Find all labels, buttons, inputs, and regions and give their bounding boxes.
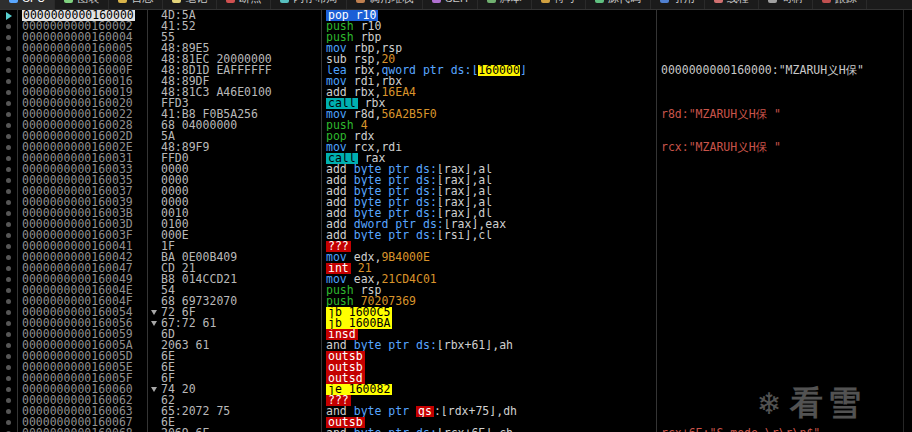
- tab-references[interactable]: 引用: [651, 0, 705, 9]
- log-icon: [118, 0, 127, 3]
- breakpoint-dot[interactable]: [6, 409, 11, 414]
- tab-log[interactable]: 日志: [109, 0, 163, 9]
- disasm-row[interactable]: 000000000016005D6Eoutsb: [0, 351, 912, 362]
- breakpoint-dot[interactable]: [6, 222, 11, 227]
- disasm-row[interactable]: 000000000016005A2063 61and byte ptr ds:[…: [0, 340, 912, 351]
- breakpoint-dot[interactable]: [6, 24, 11, 29]
- breakpoint-dot[interactable]: [6, 244, 11, 249]
- disasm-row[interactable]: 0000000000160031FFD0call rax: [0, 153, 912, 164]
- tab-script[interactable]: 脚本: [478, 0, 532, 9]
- tab-breakpoints[interactable]: 断点: [217, 0, 271, 9]
- breakpoint-dot[interactable]: [6, 156, 11, 161]
- disasm-row[interactable]: 00000000001600330000add byte ptr ds:[rax…: [0, 164, 912, 175]
- bytes-value: 0000: [161, 175, 189, 186]
- disasm-row[interactable]: 000000000016006262???: [0, 395, 912, 406]
- tab-memory-map[interactable]: 内存布局: [271, 0, 347, 9]
- tab-source[interactable]: 源代码: [586, 0, 651, 9]
- disasm-row[interactable]: 00000000001600596Dinsd: [0, 329, 912, 340]
- breakpoint-dot[interactable]: [6, 178, 11, 183]
- breakpoint-dot[interactable]: [6, 145, 11, 150]
- address-cell: 0000000000160020: [18, 98, 148, 109]
- tab-cpu[interactable]: CPU: [0, 0, 55, 9]
- disasm-row[interactable]: 000000000016003F000Eadd byte ptr ds:[rsi…: [0, 230, 912, 241]
- breakpoint-dot[interactable]: [6, 365, 11, 370]
- breakpoint-dot[interactable]: [6, 46, 11, 51]
- breakpoint-dot[interactable]: [6, 90, 11, 95]
- disasm-row[interactable]: 0000000000160042BA 0E00B409mov edx,9B400…: [0, 252, 912, 263]
- disasm-row[interactable]: 000000000016001648:89DFmov rdi,rbx: [0, 76, 912, 87]
- breakpoint-dot[interactable]: [6, 266, 11, 271]
- breakpoint-dot[interactable]: [6, 332, 11, 337]
- breakpoint-dot[interactable]: [6, 420, 11, 425]
- disasm-row[interactable]: 000000000016004F68 69732070push 70207369: [0, 296, 912, 307]
- disasm-row[interactable]: 000000000016005F6Foutsd: [0, 373, 912, 384]
- disasm-row[interactable]: 000000000016003D0100add dword ptr ds:[ra…: [0, 219, 912, 230]
- tab-call-stack[interactable]: 调用堆栈: [347, 0, 423, 9]
- breakpoint-dot[interactable]: [6, 387, 11, 392]
- breakpoint-dot[interactable]: [6, 79, 11, 84]
- disasm-row[interactable]: 000000000016002868 04000000push 4: [0, 120, 912, 131]
- disasm-row[interactable]: 000000000016006074 20je 160082: [0, 384, 912, 395]
- comment-cell: [657, 43, 912, 54]
- disasm-row[interactable]: 000000000016000F48:8D1D EAFFFFFFlea rbx,…: [0, 65, 912, 76]
- tab-handles[interactable]: 句柄: [759, 0, 813, 9]
- tab-graph[interactable]: 图表: [55, 0, 109, 9]
- disasm-row[interactable]: 000000000016002241:B8 F0B5A256mov r8d,56…: [0, 109, 912, 120]
- disasm-row[interactable]: 00000000001600411F???: [0, 241, 912, 252]
- disasm-row[interactable]: 000000000016000241:52push r10: [0, 21, 912, 32]
- breakpoint-dot[interactable]: [6, 398, 11, 403]
- bytes-value: 72 6F: [161, 307, 196, 318]
- comment-cell: [657, 153, 912, 164]
- disasm-row[interactable]: 00000000001600350000add byte ptr ds:[rax…: [0, 175, 912, 186]
- disasm-row[interactable]: 000000000016003B0010add byte ptr ds:[rax…: [0, 208, 912, 219]
- breakpoint-dot[interactable]: [6, 57, 11, 62]
- disasm-row[interactable]: 000000000016005E6Eoutsb: [0, 362, 912, 373]
- breakpoint-dot[interactable]: [6, 321, 11, 326]
- disasm-row[interactable]: 000000000016000455push rbp: [0, 32, 912, 43]
- disasm-row[interactable]: 00000000001600004D:5Apop r10: [0, 10, 912, 21]
- breakpoint-dot[interactable]: [6, 200, 11, 205]
- breakpoint-dot[interactable]: [6, 233, 11, 238]
- tab-seh[interactable]: SEH: [423, 0, 478, 9]
- breakpoint-dot[interactable]: [6, 288, 11, 293]
- disasm-row[interactable]: 000000000016005472 6Fjb 1600C5: [0, 307, 912, 318]
- disasm-row[interactable]: 00000000001600390000add byte ptr ds:[rax…: [0, 197, 912, 208]
- breakpoint-dot[interactable]: [6, 189, 11, 194]
- disasm-row[interactable]: 000000000016000848:81EC 20000000sub rsp,…: [0, 54, 912, 65]
- breakpoint-dot[interactable]: [6, 167, 11, 172]
- breakpoint-dot[interactable]: [6, 134, 11, 139]
- disasm-row[interactable]: 00000000001600370000add byte ptr ds:[rax…: [0, 186, 912, 197]
- disasm-row[interactable]: 000000000016000548:89E5mov rbp,rsp: [0, 43, 912, 54]
- disasm-row[interactable]: 000000000016006365:2072 75and byte ptr g…: [0, 406, 912, 417]
- breakpoint-dot[interactable]: [6, 376, 11, 381]
- breakpoint-dot[interactable]: [6, 68, 11, 73]
- disassembly-view[interactable]: 00000000001600004D:5Apop r10000000000016…: [0, 10, 912, 432]
- breakpoint-dot[interactable]: [6, 255, 11, 260]
- breakpoint-dot[interactable]: [6, 112, 11, 117]
- disasm-row[interactable]: 00000000001600682069 6Eand byte ptr ds:[…: [0, 428, 912, 432]
- breakpoint-dot[interactable]: [6, 299, 11, 304]
- disasm-row[interactable]: 000000000016004E54push rsp: [0, 285, 912, 296]
- breakpoint-dot[interactable]: [6, 277, 11, 282]
- breakpoint-dot[interactable]: [6, 211, 11, 216]
- disasm-row[interactable]: 00000000001600676Eoutsb: [0, 417, 912, 428]
- disasm-row[interactable]: 0000000000160049B8 014CCD21mov eax,21CD4…: [0, 274, 912, 285]
- breakpoint-dot[interactable]: [6, 101, 11, 106]
- disasm-row[interactable]: 000000000016002D5Apop rdx: [0, 131, 912, 142]
- bytes-value: FFD3: [161, 98, 189, 109]
- disasm-row[interactable]: 0000000000160020FFD3call rbx: [0, 98, 912, 109]
- disasm-row[interactable]: 000000000016005667:72 61jb 1600BA: [0, 318, 912, 329]
- disasm-row[interactable]: 0000000000160047CD 21int 21: [0, 263, 912, 274]
- tab-symbols[interactable]: 符号: [532, 0, 586, 9]
- breakpoint-dot[interactable]: [6, 310, 11, 315]
- breakpoint-dot[interactable]: [6, 35, 11, 40]
- tab-notes[interactable]: 笔记: [163, 0, 217, 9]
- disasm-row[interactable]: 000000000016001948:81C3 A46E0100add rbx,…: [0, 87, 912, 98]
- breakpoint-dot[interactable]: [6, 343, 11, 348]
- tab-threads[interactable]: 线程: [705, 0, 759, 9]
- breakpoint-dot[interactable]: [6, 123, 11, 128]
- breakpoint-dot[interactable]: [6, 354, 11, 359]
- comment-cell: r8d:"MZARUH义H保 ": [657, 109, 912, 120]
- disasm-row[interactable]: 000000000016002E48:89F9mov rcx,rdircx:"M…: [0, 142, 912, 153]
- tab-trace[interactable]: 跟踪: [813, 0, 867, 9]
